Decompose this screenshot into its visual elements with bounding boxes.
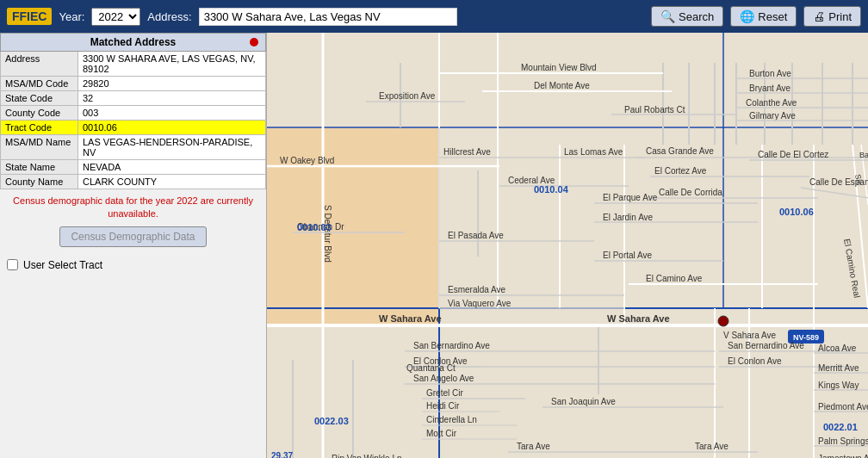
addr-label: Tract Code — [1, 121, 78, 135]
addr-value: LAS VEGAS-HENDERSON-PARADISE, NV — [78, 135, 266, 160]
year-label: Year: — [59, 10, 84, 23]
search-button[interactable]: 🔍 Search — [651, 6, 723, 27]
addr-value: NEVADA — [78, 160, 266, 175]
addr-value: 003 — [78, 106, 266, 121]
svg-text:0022.01: 0022.01 — [823, 422, 858, 432]
addr-value: 0010.06 — [78, 121, 266, 135]
svg-text:Jamestown Ave: Jamestown Ave — [818, 454, 868, 458]
svg-text:Hillcrest Ave: Hillcrest Ave — [443, 147, 491, 157]
svg-text:Mountain View Blvd: Mountain View Blvd — [521, 63, 597, 72]
svg-text:El Conlon Ave: El Conlon Ave — [728, 356, 782, 366]
svg-text:Colanthe Ave: Colanthe Ave — [746, 98, 797, 108]
user-select-label[interactable]: User Select Tract — [23, 259, 102, 271]
svg-point-140 — [718, 316, 728, 326]
svg-text:San Angelo Ave: San Angelo Ave — [413, 374, 474, 383]
svg-text:San Bernardino Ave: San Bernardino Ave — [413, 341, 490, 350]
svg-text:Palm Springs: Palm Springs — [818, 436, 868, 446]
year-select[interactable]: 2021 2022 2023 — [91, 8, 140, 26]
user-select-checkbox[interactable] — [7, 259, 18, 270]
svg-text:Heidi Cir: Heidi Cir — [426, 401, 460, 411]
svg-text:Del Monte Ave: Del Monte Ave — [534, 81, 590, 90]
addr-value: 3300 W SAHARA AVE, LAS VEGAS, NV, 89102 — [78, 52, 266, 77]
search-icon: 🔍 — [660, 9, 675, 23]
svg-text:El Portal Ave: El Portal Ave — [603, 251, 653, 260]
main-layout: Matched Address Address3300 W SAHARA AVE… — [0, 33, 868, 458]
addr-label: State Name — [1, 160, 78, 175]
svg-text:0010.03: 0010.03 — [297, 222, 332, 232]
print-button[interactable]: 🖨 Print — [803, 6, 861, 27]
svg-text:Calle De El Cortez: Calle De El Cortez — [758, 150, 828, 159]
svg-text:Merritt Ave: Merritt Ave — [818, 363, 859, 373]
svg-text:San Bernardino Ave: San Bernardino Ave — [728, 341, 804, 350]
addr-label: County Code — [1, 106, 78, 121]
svg-text:0010.06: 0010.06 — [779, 207, 814, 217]
address-label: Address: — [147, 10, 191, 23]
svg-text:Alcoa Ave: Alcoa Ave — [818, 344, 857, 353]
svg-text:Kings Way: Kings Way — [818, 381, 859, 390]
svg-text:Paul Robarts Ct: Paul Robarts Ct — [624, 105, 685, 114]
svg-text:Bayo: Bayo — [859, 151, 868, 159]
svg-text:S Decatur Blvd: S Decatur Blvd — [323, 205, 332, 263]
census-button[interactable]: Census Demographic Data — [59, 226, 206, 247]
svg-text:Mott Cir: Mott Cir — [426, 429, 457, 438]
svg-text:0010.04: 0010.04 — [534, 184, 569, 195]
addr-value: 32 — [78, 91, 266, 106]
addr-label: MSA/MD Name — [1, 135, 78, 160]
svg-text:San Joaquin Ave: San Joaquin Ave — [551, 397, 616, 406]
svg-text:El Jardin Ave: El Jardin Ave — [603, 213, 654, 222]
svg-text:Quantana Ct: Quantana Ct — [406, 363, 456, 373]
svg-text:V Sahara Ave: V Sahara Ave — [723, 331, 776, 340]
svg-text:Via Vaquero Ave: Via Vaquero Ave — [448, 299, 512, 308]
left-panel: Matched Address Address3300 W SAHARA AVE… — [0, 33, 267, 458]
ffiec-logo: FFIEC — [7, 8, 52, 25]
reset-button[interactable]: 🌐 Reset — [730, 6, 797, 27]
svg-text:Rip Van Winkle Ln: Rip Van Winkle Ln — [332, 454, 402, 458]
svg-text:W Oakey Blvd: W Oakey Blvd — [280, 156, 334, 165]
reset-icon: 🌐 — [740, 9, 754, 23]
svg-text:Bryant Ave: Bryant Ave — [749, 84, 791, 93]
svg-text:29.37: 29.37 — [271, 451, 293, 458]
svg-text:Esmeralda Ave: Esmeralda Ave — [448, 285, 506, 294]
svg-text:Gilmary Ave: Gilmary Ave — [749, 111, 796, 121]
map-container[interactable]: S Decatur Blvd — [267, 33, 868, 458]
svg-text:W Sahara Ave: W Sahara Ave — [607, 313, 670, 324]
addr-label: County Name — [1, 175, 78, 189]
topbar: FFIEC Year: 2021 2022 2023 Address: 🔍 Se… — [0, 0, 868, 33]
svg-text:Cinderella Ln: Cinderella Ln — [426, 415, 477, 424]
addr-label: Address — [1, 52, 78, 77]
svg-text:Tara Ave: Tara Ave — [695, 442, 728, 451]
addr-value: CLARK COUNTY — [78, 175, 266, 189]
address-input[interactable] — [199, 8, 457, 26]
svg-text:Burton Ave: Burton Ave — [749, 69, 791, 78]
census-message: Census demographic data for the year 202… — [0, 189, 266, 226]
matched-indicator — [250, 38, 258, 46]
user-select-row: User Select Tract — [0, 254, 266, 276]
svg-text:Gretel Cir: Gretel Cir — [426, 388, 463, 398]
print-icon: 🖨 — [813, 9, 825, 23]
address-table: Matched Address Address3300 W SAHARA AVE… — [0, 33, 266, 189]
svg-text:Exposition Ave: Exposition Ave — [379, 91, 436, 101]
svg-text:W Sahara Ave: W Sahara Ave — [379, 313, 442, 324]
svg-text:Tara Ave: Tara Ave — [517, 442, 550, 451]
svg-text:El Parque Ave: El Parque Ave — [603, 193, 658, 202]
svg-text:Casa Grande Ave: Casa Grande Ave — [646, 146, 714, 156]
svg-text:Piedmont Ave: Piedmont Ave — [818, 402, 868, 412]
svg-text:El Pasada Ave: El Pasada Ave — [448, 231, 504, 240]
svg-text:El Camino Ave: El Camino Ave — [646, 274, 703, 283]
svg-text:0022.03: 0022.03 — [314, 416, 349, 426]
svg-text:El Cortez Ave: El Cortez Ave — [654, 166, 707, 176]
svg-text:Calle De Corrida: Calle De Corrida — [659, 188, 722, 197]
svg-text:Las Lomas Ave: Las Lomas Ave — [564, 147, 623, 157]
addr-label: State Code — [1, 91, 78, 106]
addr-value: 29820 — [78, 77, 266, 91]
map-svg: S Decatur Blvd — [267, 33, 868, 458]
addr-label: MSA/MD Code — [1, 77, 78, 91]
table-header: Matched Address — [1, 34, 266, 52]
